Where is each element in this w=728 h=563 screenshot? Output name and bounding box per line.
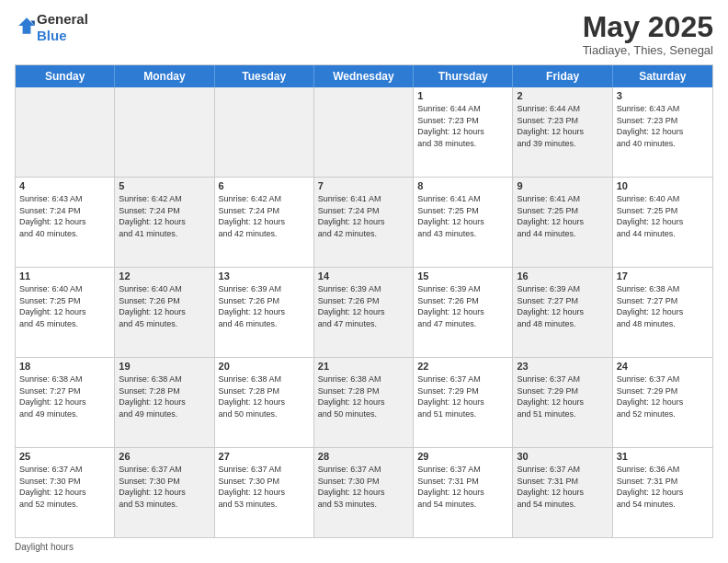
header: General Blue May 2025 Tiadiaye, Thies, S… [15,11,713,57]
calendar-body: 1Sunrise: 6:44 AM Sunset: 7:23 PM Daylig… [16,87,712,537]
cell-info: Sunrise: 6:38 AM Sunset: 7:27 PM Dayligh… [19,373,110,419]
calendar-cell [115,87,214,177]
calendar-cell: 1Sunrise: 6:44 AM Sunset: 7:23 PM Daylig… [414,87,513,177]
calendar-cell: 14Sunrise: 6:39 AM Sunset: 7:26 PM Dayli… [314,268,414,357]
footer-note: Daylight hours [15,542,713,552]
day-number: 5 [119,180,210,191]
logo-icon [17,16,37,36]
day-number: 1 [417,90,508,101]
calendar-cell: 16Sunrise: 6:39 AM Sunset: 7:27 PM Dayli… [513,268,612,357]
day-of-week-header: Sunday [16,65,115,87]
day-number: 10 [617,180,709,191]
cell-info: Sunrise: 6:43 AM Sunset: 7:24 PM Dayligh… [19,193,110,239]
day-of-week-header: Wednesday [314,65,414,87]
day-of-week-header: Monday [115,65,214,87]
day-number: 6 [219,180,310,191]
cell-info: Sunrise: 6:38 AM Sunset: 7:28 PM Dayligh… [219,373,310,419]
calendar-week-row: 4Sunrise: 6:43 AM Sunset: 7:24 PM Daylig… [16,177,712,267]
calendar-cell: 13Sunrise: 6:39 AM Sunset: 7:26 PM Dayli… [215,268,314,357]
day-number: 19 [119,361,210,372]
day-number: 18 [19,361,110,372]
calendar-cell: 29Sunrise: 6:37 AM Sunset: 7:31 PM Dayli… [414,448,513,537]
cell-info: Sunrise: 6:41 AM Sunset: 7:25 PM Dayligh… [517,193,608,239]
logo: General Blue [15,11,88,44]
day-number: 12 [119,270,210,282]
calendar-cell: 18Sunrise: 6:38 AM Sunset: 7:27 PM Dayli… [16,358,115,447]
cell-info: Sunrise: 6:40 AM Sunset: 7:26 PM Dayligh… [119,283,210,329]
cell-info: Sunrise: 6:44 AM Sunset: 7:23 PM Dayligh… [417,103,508,149]
calendar-cell: 10Sunrise: 6:40 AM Sunset: 7:25 PM Dayli… [613,178,712,267]
cell-info: Sunrise: 6:37 AM Sunset: 7:29 PM Dayligh… [417,373,508,419]
day-number: 26 [119,451,210,462]
day-of-week-header: Thursday [414,65,513,87]
svg-marker-0 [18,17,35,34]
calendar-cell: 25Sunrise: 6:37 AM Sunset: 7:30 PM Dayli… [16,448,115,537]
day-number: 21 [318,361,409,372]
day-number: 4 [19,180,110,191]
day-number: 29 [417,451,508,462]
cell-info: Sunrise: 6:37 AM Sunset: 7:30 PM Dayligh… [219,464,310,510]
calendar-cell: 26Sunrise: 6:37 AM Sunset: 7:30 PM Dayli… [115,448,214,537]
calendar-cell [16,87,115,177]
calendar-cell: 7Sunrise: 6:41 AM Sunset: 7:24 PM Daylig… [314,178,414,267]
cell-info: Sunrise: 6:43 AM Sunset: 7:23 PM Dayligh… [617,103,709,149]
calendar-cell: 9Sunrise: 6:41 AM Sunset: 7:25 PM Daylig… [513,178,612,267]
calendar-cell [314,87,414,177]
calendar-cell: 6Sunrise: 6:42 AM Sunset: 7:24 PM Daylig… [215,178,314,267]
cell-info: Sunrise: 6:38 AM Sunset: 7:28 PM Dayligh… [318,373,409,419]
cell-info: Sunrise: 6:37 AM Sunset: 7:30 PM Dayligh… [119,464,210,510]
cell-info: Sunrise: 6:37 AM Sunset: 7:30 PM Dayligh… [19,464,110,510]
calendar-cell: 12Sunrise: 6:40 AM Sunset: 7:26 PM Dayli… [115,268,214,357]
calendar-cell: 5Sunrise: 6:42 AM Sunset: 7:24 PM Daylig… [115,178,214,267]
page: General Blue May 2025 Tiadiaye, Thies, S… [0,0,728,563]
calendar-cell: 28Sunrise: 6:37 AM Sunset: 7:30 PM Dayli… [314,448,414,537]
cell-info: Sunrise: 6:41 AM Sunset: 7:24 PM Dayligh… [318,193,409,239]
cell-info: Sunrise: 6:41 AM Sunset: 7:25 PM Dayligh… [417,193,508,239]
day-number: 31 [617,451,709,462]
cell-info: Sunrise: 6:42 AM Sunset: 7:24 PM Dayligh… [219,193,310,239]
logo-blue: Blue [37,28,88,44]
cell-info: Sunrise: 6:44 AM Sunset: 7:23 PM Dayligh… [517,103,608,149]
day-number: 7 [318,180,409,191]
calendar-week-row: 25Sunrise: 6:37 AM Sunset: 7:30 PM Dayli… [16,447,712,537]
day-number: 15 [417,270,508,282]
calendar-header-row: SundayMondayTuesdayWednesdayThursdayFrid… [16,65,712,87]
day-number: 14 [318,270,409,282]
calendar-cell: 19Sunrise: 6:38 AM Sunset: 7:28 PM Dayli… [115,358,214,447]
day-of-week-header: Friday [513,65,612,87]
cell-info: Sunrise: 6:37 AM Sunset: 7:29 PM Dayligh… [517,373,608,419]
calendar-cell [215,87,314,177]
day-of-week-header: Tuesday [215,65,314,87]
calendar-cell: 20Sunrise: 6:38 AM Sunset: 7:28 PM Dayli… [215,358,314,447]
day-number: 17 [617,270,709,282]
day-number: 9 [517,180,608,191]
calendar-cell: 23Sunrise: 6:37 AM Sunset: 7:29 PM Dayli… [513,358,612,447]
day-number: 13 [219,270,310,282]
logo-general: General [37,11,88,28]
day-number: 2 [517,90,608,101]
cell-info: Sunrise: 6:37 AM Sunset: 7:29 PM Dayligh… [617,373,709,419]
calendar-cell: 11Sunrise: 6:40 AM Sunset: 7:25 PM Dayli… [16,268,115,357]
cell-info: Sunrise: 6:40 AM Sunset: 7:25 PM Dayligh… [617,193,709,239]
cell-info: Sunrise: 6:40 AM Sunset: 7:25 PM Dayligh… [19,283,110,329]
day-number: 23 [517,361,608,372]
cell-info: Sunrise: 6:39 AM Sunset: 7:26 PM Dayligh… [219,283,310,329]
day-number: 20 [219,361,310,372]
cell-info: Sunrise: 6:36 AM Sunset: 7:31 PM Dayligh… [617,464,709,510]
calendar-cell: 4Sunrise: 6:43 AM Sunset: 7:24 PM Daylig… [16,178,115,267]
cell-info: Sunrise: 6:37 AM Sunset: 7:30 PM Dayligh… [318,464,409,510]
day-number: 24 [617,361,709,372]
day-number: 16 [517,270,608,282]
day-number: 8 [417,180,508,191]
cell-info: Sunrise: 6:39 AM Sunset: 7:26 PM Dayligh… [318,283,409,329]
day-number: 22 [417,361,508,372]
calendar-cell: 2Sunrise: 6:44 AM Sunset: 7:23 PM Daylig… [513,87,612,177]
calendar-cell: 3Sunrise: 6:43 AM Sunset: 7:23 PM Daylig… [613,87,712,177]
cell-info: Sunrise: 6:39 AM Sunset: 7:26 PM Dayligh… [417,283,508,329]
location: Tiadiaye, Thies, Senegal [583,43,713,57]
day-number: 27 [219,451,310,462]
calendar-cell: 31Sunrise: 6:36 AM Sunset: 7:31 PM Dayli… [613,448,712,537]
day-number: 3 [617,90,709,101]
day-number: 25 [19,451,110,462]
calendar-week-row: 1Sunrise: 6:44 AM Sunset: 7:23 PM Daylig… [16,87,712,177]
